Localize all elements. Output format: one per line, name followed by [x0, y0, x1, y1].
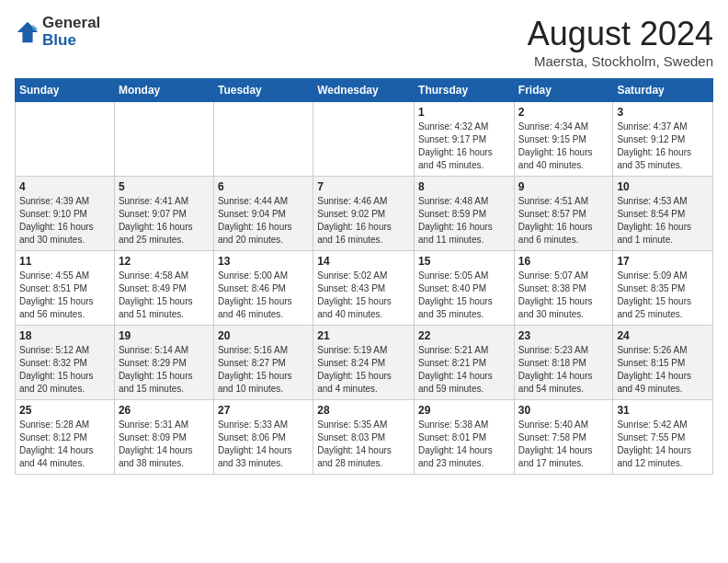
day-number: 10 — [617, 180, 709, 193]
day-number: 13 — [218, 255, 309, 268]
logo: General Blue — [15, 15, 100, 49]
calendar-week-1: 1Sunrise: 4:32 AM Sunset: 9:17 PM Daylig… — [16, 102, 713, 177]
weekday-header-sunday: Sunday — [16, 79, 115, 102]
calendar-cell: 1Sunrise: 4:32 AM Sunset: 9:17 PM Daylig… — [415, 102, 515, 177]
day-number: 7 — [317, 180, 410, 193]
day-info: Sunrise: 4:46 AM Sunset: 9:02 PM Dayligh… — [317, 195, 410, 247]
calendar-cell: 6Sunrise: 4:44 AM Sunset: 9:04 PM Daylig… — [213, 177, 313, 251]
day-info: Sunrise: 4:32 AM Sunset: 9:17 PM Dayligh… — [418, 121, 510, 172]
day-number: 14 — [317, 255, 410, 268]
day-info: Sunrise: 5:42 AM Sunset: 7:55 PM Dayligh… — [617, 419, 709, 470]
day-info: Sunrise: 4:53 AM Sunset: 8:54 PM Dayligh… — [617, 195, 709, 247]
calendar-cell: 12Sunrise: 4:58 AM Sunset: 8:49 PM Dayli… — [114, 251, 213, 326]
calendar-cell: 16Sunrise: 5:07 AM Sunset: 8:38 PM Dayli… — [514, 251, 613, 326]
month-title: August 2024 — [528, 15, 713, 53]
calendar-cell: 25Sunrise: 5:28 AM Sunset: 8:12 PM Dayli… — [16, 400, 115, 475]
day-info: Sunrise: 4:58 AM Sunset: 8:49 PM Dayligh… — [119, 270, 210, 321]
calendar-week-5: 25Sunrise: 5:28 AM Sunset: 8:12 PM Dayli… — [16, 400, 713, 475]
calendar-cell: 8Sunrise: 4:48 AM Sunset: 8:59 PM Daylig… — [415, 177, 515, 251]
calendar-cell: 5Sunrise: 4:41 AM Sunset: 9:07 PM Daylig… — [114, 177, 213, 251]
calendar-cell: 20Sunrise: 5:16 AM Sunset: 8:27 PM Dayli… — [213, 326, 313, 400]
day-info: Sunrise: 4:39 AM Sunset: 9:10 PM Dayligh… — [19, 195, 110, 247]
day-info: Sunrise: 5:09 AM Sunset: 8:35 PM Dayligh… — [617, 270, 709, 321]
day-number: 15 — [418, 255, 510, 268]
calendar-cell: 27Sunrise: 5:33 AM Sunset: 8:06 PM Dayli… — [213, 400, 313, 475]
day-info: Sunrise: 5:05 AM Sunset: 8:40 PM Dayligh… — [418, 270, 510, 321]
day-number: 27 — [218, 404, 309, 417]
calendar-cell: 15Sunrise: 5:05 AM Sunset: 8:40 PM Dayli… — [415, 251, 515, 326]
day-number: 20 — [218, 329, 309, 342]
day-info: Sunrise: 5:02 AM Sunset: 8:43 PM Dayligh… — [317, 270, 410, 321]
calendar-week-2: 4Sunrise: 4:39 AM Sunset: 9:10 PM Daylig… — [16, 177, 713, 251]
day-info: Sunrise: 4:51 AM Sunset: 8:57 PM Dayligh… — [518, 195, 609, 247]
day-number: 21 — [317, 329, 410, 342]
day-number: 29 — [418, 404, 510, 417]
day-number: 31 — [617, 404, 709, 417]
day-number: 9 — [518, 180, 609, 193]
calendar-cell: 17Sunrise: 5:09 AM Sunset: 8:35 PM Dayli… — [613, 251, 713, 326]
calendar-cell: 23Sunrise: 5:23 AM Sunset: 8:18 PM Dayli… — [514, 326, 613, 400]
calendar-cell: 22Sunrise: 5:21 AM Sunset: 8:21 PM Dayli… — [415, 326, 515, 400]
calendar-cell: 14Sunrise: 5:02 AM Sunset: 8:43 PM Dayli… — [313, 251, 415, 326]
calendar-cell: 2Sunrise: 4:34 AM Sunset: 9:15 PM Daylig… — [514, 102, 613, 177]
day-info: Sunrise: 5:14 AM Sunset: 8:29 PM Dayligh… — [119, 344, 210, 396]
calendar-body: 1Sunrise: 4:32 AM Sunset: 9:17 PM Daylig… — [16, 102, 713, 475]
day-info: Sunrise: 4:37 AM Sunset: 9:12 PM Dayligh… — [617, 121, 709, 172]
calendar-cell: 24Sunrise: 5:26 AM Sunset: 8:15 PM Dayli… — [613, 326, 713, 400]
calendar-cell: 26Sunrise: 5:31 AM Sunset: 8:09 PM Dayli… — [114, 400, 213, 475]
day-info: Sunrise: 4:44 AM Sunset: 9:04 PM Dayligh… — [218, 195, 309, 247]
day-number: 6 — [218, 180, 309, 193]
day-number: 17 — [617, 255, 709, 268]
calendar-cell: 13Sunrise: 5:00 AM Sunset: 8:46 PM Dayli… — [213, 251, 313, 326]
calendar-cell — [114, 102, 213, 177]
day-info: Sunrise: 4:41 AM Sunset: 9:07 PM Dayligh… — [119, 195, 210, 247]
day-number: 5 — [119, 180, 210, 193]
day-info: Sunrise: 5:33 AM Sunset: 8:06 PM Dayligh… — [218, 419, 309, 470]
calendar-cell — [213, 102, 313, 177]
calendar-cell: 4Sunrise: 4:39 AM Sunset: 9:10 PM Daylig… — [16, 177, 115, 251]
day-number: 8 — [418, 180, 510, 193]
day-info: Sunrise: 4:55 AM Sunset: 8:51 PM Dayligh… — [19, 270, 110, 321]
calendar-cell: 18Sunrise: 5:12 AM Sunset: 8:32 PM Dayli… — [16, 326, 115, 400]
day-info: Sunrise: 5:00 AM Sunset: 8:46 PM Dayligh… — [218, 270, 309, 321]
day-info: Sunrise: 5:31 AM Sunset: 8:09 PM Dayligh… — [119, 419, 210, 470]
day-info: Sunrise: 5:23 AM Sunset: 8:18 PM Dayligh… — [518, 344, 609, 396]
calendar-cell: 28Sunrise: 5:35 AM Sunset: 8:03 PM Dayli… — [313, 400, 415, 475]
day-info: Sunrise: 5:35 AM Sunset: 8:03 PM Dayligh… — [317, 419, 410, 470]
day-info: Sunrise: 5:07 AM Sunset: 8:38 PM Dayligh… — [518, 270, 609, 321]
logo-blue: Blue — [42, 32, 100, 50]
logo-general: General — [42, 15, 100, 32]
title-block: August 2024 Maersta, Stockholm, Sweden — [528, 15, 713, 69]
day-number: 24 — [617, 329, 709, 342]
weekday-row: SundayMondayTuesdayWednesdayThursdayFrid… — [16, 79, 713, 102]
day-number: 4 — [19, 180, 110, 193]
calendar-cell: 10Sunrise: 4:53 AM Sunset: 8:54 PM Dayli… — [613, 177, 713, 251]
calendar-cell: 31Sunrise: 5:42 AM Sunset: 7:55 PM Dayli… — [613, 400, 713, 475]
day-number: 1 — [418, 106, 510, 119]
weekday-header-tuesday: Tuesday — [213, 79, 313, 102]
calendar-cell: 9Sunrise: 4:51 AM Sunset: 8:57 PM Daylig… — [514, 177, 613, 251]
day-info: Sunrise: 4:34 AM Sunset: 9:15 PM Dayligh… — [518, 121, 609, 172]
calendar-cell — [313, 102, 415, 177]
day-number: 22 — [418, 329, 510, 342]
day-number: 26 — [119, 404, 210, 417]
weekday-header-saturday: Saturday — [613, 79, 713, 102]
weekday-header-monday: Monday — [114, 79, 213, 102]
weekday-header-thursday: Thursday — [415, 79, 515, 102]
day-number: 12 — [119, 255, 210, 268]
day-info: Sunrise: 5:28 AM Sunset: 8:12 PM Dayligh… — [19, 419, 110, 470]
calendar-cell: 3Sunrise: 4:37 AM Sunset: 9:12 PM Daylig… — [613, 102, 713, 177]
calendar-cell: 11Sunrise: 4:55 AM Sunset: 8:51 PM Dayli… — [16, 251, 115, 326]
day-number: 30 — [518, 404, 609, 417]
day-info: Sunrise: 5:38 AM Sunset: 8:01 PM Dayligh… — [418, 419, 510, 470]
calendar-header: SundayMondayTuesdayWednesdayThursdayFrid… — [16, 79, 713, 102]
day-number: 18 — [19, 329, 110, 342]
day-info: Sunrise: 5:21 AM Sunset: 8:21 PM Dayligh… — [418, 344, 510, 396]
page-header: General Blue August 2024 Maersta, Stockh… — [15, 15, 713, 69]
day-info: Sunrise: 5:40 AM Sunset: 7:58 PM Dayligh… — [518, 419, 609, 470]
logo-text: General Blue — [42, 15, 100, 49]
day-number: 3 — [617, 106, 709, 119]
day-number: 11 — [19, 255, 110, 268]
calendar-cell: 19Sunrise: 5:14 AM Sunset: 8:29 PM Dayli… — [114, 326, 213, 400]
day-info: Sunrise: 5:12 AM Sunset: 8:32 PM Dayligh… — [19, 344, 110, 396]
